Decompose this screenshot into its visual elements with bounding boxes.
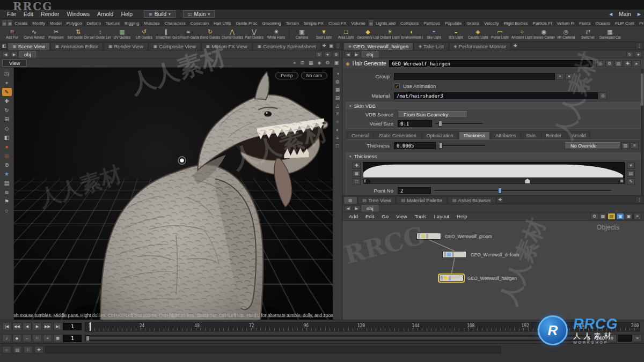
node-flag[interactable] xyxy=(452,252,454,257)
shelf-tool[interactable]: ▼ Spot Light xyxy=(313,26,335,41)
network-menu-item[interactable]: Add xyxy=(345,213,362,220)
playback-option-icon[interactable]: ↔ xyxy=(23,334,32,342)
shelf-tab[interactable]: Guide Proc xyxy=(233,20,260,26)
parameter-header-icon[interactable]: ⚙ xyxy=(605,60,613,67)
shelf-tool[interactable]: ↻ Bend Guides xyxy=(199,26,221,41)
ramp-curve-canvas[interactable] xyxy=(363,162,625,178)
shelf-tab[interactable]: Muscles xyxy=(142,20,162,26)
pane-tab[interactable]: ▣ Composite View xyxy=(149,42,201,50)
shelf-tool[interactable]: ≋ Add Fur xyxy=(1,26,23,41)
shelf-tab[interactable]: Characters xyxy=(163,20,188,26)
viewport-tool-icon[interactable]: ⌖ xyxy=(2,79,12,87)
shelf-tool[interactable]: ◓ Sky Light xyxy=(423,26,445,41)
shelf-tab[interactable]: Velocity xyxy=(482,20,502,26)
status-icon[interactable]: ⚐ xyxy=(24,346,33,353)
pane-menu-icon[interactable]: ⋮ xyxy=(635,42,643,49)
shelf-tool[interactable]: ⇅ Set Guide Direction xyxy=(67,26,89,41)
shelf-tab[interactable]: Cloud FX xyxy=(326,20,349,26)
bookmark-icon[interactable]: ★ xyxy=(635,51,642,57)
viewport-tool-icon[interactable]: ◎ xyxy=(2,152,12,160)
viewport-tool-icon[interactable]: ≋ xyxy=(2,188,12,196)
pane-tab[interactable]: ▣ Scene View xyxy=(8,42,50,50)
display-option-icon[interactable]: ◑ xyxy=(336,71,339,76)
playback-option-icon[interactable]: ▦ xyxy=(53,334,62,342)
shelf-tab[interactable]: Create xyxy=(12,20,30,26)
shelf-tool[interactable]: ∥ Straighten Guides xyxy=(155,26,177,41)
network-menu-item[interactable]: Tools xyxy=(411,213,430,220)
ramp-add-point-button[interactable]: ✚ xyxy=(353,162,361,169)
display-option-icon[interactable]: ◐ xyxy=(336,127,339,132)
menu-icon[interactable]: ≡ xyxy=(631,142,639,149)
viewport-tool-icon[interactable]: ⌂ xyxy=(2,206,12,215)
playback-menu-icon[interactable]: ≡ xyxy=(633,334,642,342)
shelf-tool[interactable]: ◈ Caustic Light xyxy=(467,26,489,41)
nav-back-icon[interactable]: ◀ xyxy=(609,12,612,17)
network-menu-item[interactable]: Help xyxy=(453,213,471,220)
shelf-tab[interactable]: FLIP Cont xyxy=(613,20,637,26)
parameter-header-icon[interactable]: ▤ xyxy=(614,60,623,67)
bookmark-icon[interactable]: ★ xyxy=(324,51,331,57)
range-handle-start[interactable] xyxy=(86,336,89,341)
shelf-tab[interactable]: Constrain xyxy=(188,20,211,26)
group-input[interactable] xyxy=(394,73,555,80)
folder-tab[interactable]: Skin xyxy=(521,131,540,139)
shelf-tool[interactable]: ↕ Set Guide Length xyxy=(89,26,111,41)
network-node[interactable]: GEO_Werewolf_deform xyxy=(442,251,467,258)
camera-badge[interactable]: No cam xyxy=(301,72,327,79)
point-no-input[interactable]: 2 xyxy=(398,187,431,194)
shelf-tab[interactable]: Simple FX xyxy=(302,20,326,26)
shelf-tab[interactable]: Polygon xyxy=(64,20,85,26)
network-toolbar-icon[interactable]: ▦ xyxy=(599,213,607,220)
menu-item[interactable]: Arnold xyxy=(93,10,117,18)
status-icon[interactable]: ▤ xyxy=(13,346,22,353)
transport-button[interactable]: |◀ xyxy=(2,322,11,330)
transport-button[interactable]: ▶| xyxy=(53,322,62,330)
node-flag[interactable] xyxy=(426,234,428,239)
folder-tab[interactable]: Thickness xyxy=(459,131,491,139)
new-tab-icon[interactable]: ✚ xyxy=(496,196,504,203)
ramp-end-marker[interactable] xyxy=(620,180,623,182)
path-back-icon[interactable]: ◀ xyxy=(345,205,352,211)
voxel-size-input[interactable]: 0.1 xyxy=(398,120,432,127)
shelf-tab[interactable]: Rigging xyxy=(122,20,142,26)
shelf-tab[interactable]: Lights and xyxy=(374,20,398,26)
node-flag[interactable] xyxy=(441,276,443,280)
network-toolbar-icon[interactable]: ≡ xyxy=(633,213,641,220)
path-forward-icon[interactable]: ▶ xyxy=(353,51,360,57)
network-menu-item[interactable]: Edit xyxy=(362,213,378,220)
ramp-menu-icon[interactable]: ▾ xyxy=(627,162,635,169)
thickness-input[interactable]: 0.0005 xyxy=(394,142,436,149)
playhead[interactable] xyxy=(90,322,91,331)
ramp-box-button[interactable]: □ xyxy=(353,178,361,185)
shelf-tool[interactable]: ≈ Smooth Guides xyxy=(177,26,199,41)
network-node[interactable]: GEO_Werewolf_hairgen xyxy=(439,275,464,282)
shelf-tab[interactable]: Fluids xyxy=(577,20,593,26)
shelf-config-icon[interactable]: ▦ xyxy=(8,20,12,26)
pane-tab[interactable]: ◈ Performance Monitor xyxy=(449,42,511,50)
network-menu-item[interactable]: Layout xyxy=(430,213,453,220)
folder-tab[interactable]: Arnold xyxy=(567,131,590,139)
shelf-tab[interactable]: Particle Fl xyxy=(531,20,555,26)
ramp-edit-icon[interactable]: ✎ xyxy=(627,178,635,185)
pane-maximize-icon[interactable]: ▣ xyxy=(328,42,334,49)
shelf-tab[interactable]: Modify xyxy=(30,20,48,26)
node-flag[interactable] xyxy=(418,234,420,239)
increment-field[interactable] xyxy=(618,335,632,342)
pane-tab[interactable]: ◈ GEO_Werewolf_hairgen xyxy=(343,42,413,50)
viewport-option-icon[interactable]: ▣ xyxy=(333,60,340,66)
point-no-slider[interactable] xyxy=(434,187,611,194)
werewolf-model[interactable] xyxy=(14,68,333,320)
network-toolbar-icon[interactable]: ⚙ xyxy=(590,213,598,220)
shelf-tab[interactable]: Hair Utils xyxy=(211,20,233,26)
shelf-tool[interactable]: ☀ Distant Light xyxy=(379,26,401,41)
network-menu-item[interactable]: Go xyxy=(378,213,392,220)
network-canvas[interactable]: Objects GEO_Werewolf_groom xyxy=(342,221,644,320)
shelf-tool[interactable]: ◉ Stereo Camera xyxy=(533,26,555,41)
pane-tab[interactable]: ▤ Asset Browser xyxy=(448,196,496,204)
shelf-tool[interactable]: ◐ Environment Light xyxy=(401,26,423,41)
shelf-tool[interactable]: ⇄ Switcher xyxy=(577,26,599,41)
breadcrumb[interactable]: obj xyxy=(19,51,36,57)
folder-tab[interactable]: Attributes xyxy=(491,131,521,139)
viewport-tool-icon[interactable]: ● xyxy=(2,143,12,151)
thickness-slider[interactable] xyxy=(439,142,485,149)
